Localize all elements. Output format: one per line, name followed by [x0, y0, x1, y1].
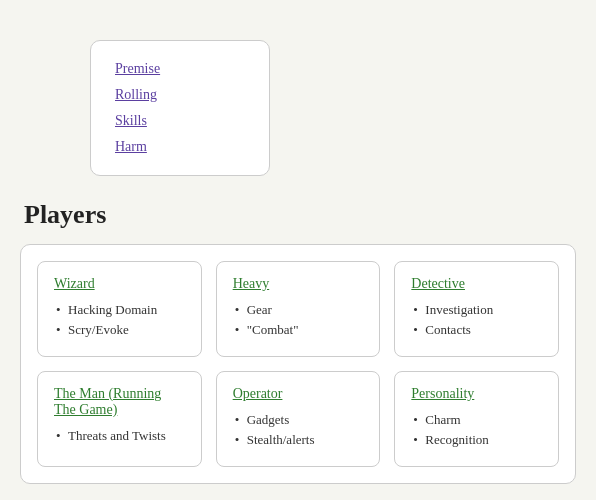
player-title-the-man[interactable]: The Man (Running The Game) [54, 386, 185, 418]
player-title-heavy[interactable]: Heavy [233, 276, 270, 292]
player-items-personality: Charm Recognition [411, 412, 542, 448]
list-item: Charm [411, 412, 542, 428]
list-item: Recognition [411, 432, 542, 448]
list-item: Threats and Twists [54, 428, 185, 444]
player-card-operator: Operator Gadgets Stealth/alerts [216, 371, 381, 467]
list-item: Gadgets [233, 412, 364, 428]
list-item: Stealth/alerts [233, 432, 364, 448]
players-grid: Wizard Hacking Domain Scry/Evoke Heavy G… [20, 244, 576, 484]
list-item: "Combat" [233, 322, 364, 338]
list-item: Contacts [411, 322, 542, 338]
player-card-personality: Personality Charm Recognition [394, 371, 559, 467]
player-card-detective: Detective Investigation Contacts [394, 261, 559, 357]
nav-link-skills[interactable]: Skills [115, 113, 245, 129]
list-item: Scry/Evoke [54, 322, 185, 338]
top-nav-card: Premise Rolling Skills Harm [90, 40, 270, 176]
player-title-operator[interactable]: Operator [233, 386, 283, 402]
nav-link-rolling[interactable]: Rolling [115, 87, 245, 103]
nav-link-harm[interactable]: Harm [115, 139, 245, 155]
player-items-operator: Gadgets Stealth/alerts [233, 412, 364, 448]
player-items-detective: Investigation Contacts [411, 302, 542, 338]
list-item: Investigation [411, 302, 542, 318]
player-items-wizard: Hacking Domain Scry/Evoke [54, 302, 185, 338]
player-title-personality[interactable]: Personality [411, 386, 474, 402]
nav-link-premise[interactable]: Premise [115, 61, 245, 77]
player-items-heavy: Gear "Combat" [233, 302, 364, 338]
player-card-heavy: Heavy Gear "Combat" [216, 261, 381, 357]
player-card-the-man: The Man (Running The Game) Threats and T… [37, 371, 202, 467]
list-item: Gear [233, 302, 364, 318]
players-section-title: Players [24, 200, 576, 230]
player-title-detective[interactable]: Detective [411, 276, 465, 292]
player-card-wizard: Wizard Hacking Domain Scry/Evoke [37, 261, 202, 357]
list-item: Hacking Domain [54, 302, 185, 318]
player-items-the-man: Threats and Twists [54, 428, 185, 444]
player-title-wizard[interactable]: Wizard [54, 276, 95, 292]
